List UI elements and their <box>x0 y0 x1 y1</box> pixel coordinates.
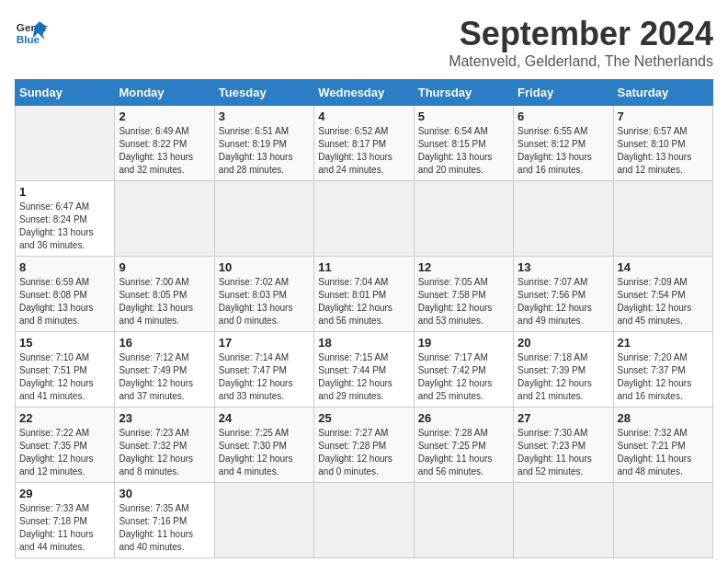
day-info: Sunrise: 6:49 AM Sunset: 8:22 PM Dayligh… <box>119 125 210 177</box>
calendar-cell: 1Sunrise: 6:47 AM Sunset: 8:24 PM Daylig… <box>16 181 115 257</box>
day-number: 15 <box>19 336 110 350</box>
day-info: Sunrise: 7:28 AM Sunset: 7:25 PM Dayligh… <box>418 427 509 478</box>
calendar-cell: 8Sunrise: 6:59 AM Sunset: 8:08 PM Daylig… <box>16 257 115 332</box>
calendar-cell <box>613 181 712 257</box>
day-number: 17 <box>219 336 310 350</box>
calendar-cell: 23Sunrise: 7:23 AM Sunset: 7:32 PM Dayli… <box>115 408 214 483</box>
calendar-cell: 20Sunrise: 7:18 AM Sunset: 7:39 PM Dayli… <box>514 332 613 408</box>
calendar-cell: 17Sunrise: 7:14 AM Sunset: 7:47 PM Dayli… <box>214 332 313 408</box>
calendar-cell: 19Sunrise: 7:17 AM Sunset: 7:42 PM Dayli… <box>414 332 513 408</box>
day-number: 6 <box>518 109 609 123</box>
calendar-cell: 18Sunrise: 7:15 AM Sunset: 7:44 PM Dayli… <box>314 332 414 408</box>
col-header-wednesday: Wednesday <box>314 80 414 106</box>
day-info: Sunrise: 7:33 AM Sunset: 7:18 PM Dayligh… <box>19 502 110 554</box>
col-header-saturday: Saturday <box>613 80 712 106</box>
day-number: 19 <box>418 336 509 350</box>
day-info: Sunrise: 7:07 AM Sunset: 7:56 PM Dayligh… <box>518 276 609 327</box>
day-number: 8 <box>19 260 110 274</box>
day-info: Sunrise: 7:09 AM Sunset: 7:54 PM Dayligh… <box>618 276 709 327</box>
day-info: Sunrise: 7:25 AM Sunset: 7:30 PM Dayligh… <box>219 427 310 478</box>
day-info: Sunrise: 7:23 AM Sunset: 7:32 PM Dayligh… <box>119 427 210 478</box>
calendar-cell: 15Sunrise: 7:10 AM Sunset: 7:51 PM Dayli… <box>16 332 115 408</box>
calendar-cell: 14Sunrise: 7:09 AM Sunset: 7:54 PM Dayli… <box>613 257 712 332</box>
calendar-cell: 21Sunrise: 7:20 AM Sunset: 7:37 PM Dayli… <box>613 332 712 408</box>
calendar-cell <box>214 181 313 257</box>
day-number: 18 <box>318 336 409 350</box>
day-number: 20 <box>518 336 609 350</box>
day-info: Sunrise: 7:10 AM Sunset: 7:51 PM Dayligh… <box>19 351 110 403</box>
logo: General Blue <box>15 15 48 48</box>
day-number: 25 <box>318 411 409 425</box>
logo-icon: General Blue <box>15 15 48 48</box>
day-info: Sunrise: 7:17 AM Sunset: 7:42 PM Dayligh… <box>418 351 509 403</box>
day-number: 21 <box>618 336 709 350</box>
day-info: Sunrise: 6:59 AM Sunset: 8:08 PM Dayligh… <box>19 276 110 327</box>
day-number: 22 <box>19 411 110 425</box>
day-info: Sunrise: 6:47 AM Sunset: 8:24 PM Dayligh… <box>19 201 110 252</box>
calendar-cell <box>214 483 313 558</box>
title-block: September 2024 Matenveld, Gelderland, Th… <box>449 15 713 70</box>
page-header: General Blue September 2024 Matenveld, G… <box>15 15 713 70</box>
month-title: September 2024 <box>449 15 713 53</box>
svg-text:Blue: Blue <box>17 33 40 45</box>
day-info: Sunrise: 6:57 AM Sunset: 8:10 PM Dayligh… <box>618 125 709 177</box>
calendar-cell <box>115 181 214 257</box>
day-number: 16 <box>119 336 210 350</box>
calendar-cell: 28Sunrise: 7:32 AM Sunset: 7:21 PM Dayli… <box>613 408 712 483</box>
calendar-cell: 6Sunrise: 6:55 AM Sunset: 8:12 PM Daylig… <box>514 106 613 181</box>
calendar-cell <box>414 483 513 558</box>
day-number: 5 <box>418 109 509 123</box>
day-number: 12 <box>418 260 509 274</box>
day-info: Sunrise: 7:30 AM Sunset: 7:23 PM Dayligh… <box>518 427 609 478</box>
day-number: 13 <box>518 260 609 274</box>
day-info: Sunrise: 7:05 AM Sunset: 7:58 PM Dayligh… <box>418 276 509 327</box>
day-number: 10 <box>219 260 310 274</box>
col-header-sunday: Sunday <box>16 80 115 106</box>
calendar-cell <box>514 181 613 257</box>
calendar-cell <box>514 483 613 558</box>
col-header-friday: Friday <box>514 80 613 106</box>
calendar-cell: 2Sunrise: 6:49 AM Sunset: 8:22 PM Daylig… <box>115 106 214 181</box>
day-number: 9 <box>119 260 210 274</box>
calendar-cell: 25Sunrise: 7:27 AM Sunset: 7:28 PM Dayli… <box>314 408 414 483</box>
calendar-cell: 30Sunrise: 7:35 AM Sunset: 7:16 PM Dayli… <box>115 483 214 558</box>
day-info: Sunrise: 6:55 AM Sunset: 8:12 PM Dayligh… <box>518 125 609 177</box>
day-number: 29 <box>19 487 110 500</box>
calendar-cell: 12Sunrise: 7:05 AM Sunset: 7:58 PM Dayli… <box>414 257 513 332</box>
day-number: 14 <box>618 260 709 274</box>
day-number: 23 <box>119 411 210 425</box>
col-header-thursday: Thursday <box>414 80 513 106</box>
day-info: Sunrise: 7:04 AM Sunset: 8:01 PM Dayligh… <box>318 276 409 327</box>
day-info: Sunrise: 7:27 AM Sunset: 7:28 PM Dayligh… <box>318 427 409 478</box>
day-info: Sunrise: 6:54 AM Sunset: 8:15 PM Dayligh… <box>418 125 509 177</box>
calendar-cell: 3Sunrise: 6:51 AM Sunset: 8:19 PM Daylig… <box>214 106 313 181</box>
day-number: 28 <box>618 411 709 425</box>
day-info: Sunrise: 7:35 AM Sunset: 7:16 PM Dayligh… <box>119 502 210 554</box>
day-info: Sunrise: 7:22 AM Sunset: 7:35 PM Dayligh… <box>19 427 110 478</box>
day-info: Sunrise: 7:32 AM Sunset: 7:21 PM Dayligh… <box>618 427 709 478</box>
day-info: Sunrise: 6:51 AM Sunset: 8:19 PM Dayligh… <box>219 125 310 177</box>
day-number: 24 <box>219 411 310 425</box>
calendar-cell: 9Sunrise: 7:00 AM Sunset: 8:05 PM Daylig… <box>115 257 214 332</box>
day-number: 26 <box>418 411 509 425</box>
day-number: 27 <box>518 411 609 425</box>
day-info: Sunrise: 7:00 AM Sunset: 8:05 PM Dayligh… <box>119 276 210 327</box>
day-number: 1 <box>19 185 110 199</box>
calendar-cell <box>414 181 513 257</box>
calendar-cell: 16Sunrise: 7:12 AM Sunset: 7:49 PM Dayli… <box>115 332 214 408</box>
day-info: Sunrise: 7:18 AM Sunset: 7:39 PM Dayligh… <box>518 351 609 403</box>
calendar-cell: 24Sunrise: 7:25 AM Sunset: 7:30 PM Dayli… <box>214 408 313 483</box>
day-info: Sunrise: 6:52 AM Sunset: 8:17 PM Dayligh… <box>318 125 409 177</box>
calendar-cell: 11Sunrise: 7:04 AM Sunset: 8:01 PM Dayli… <box>314 257 414 332</box>
day-info: Sunrise: 7:15 AM Sunset: 7:44 PM Dayligh… <box>318 351 409 403</box>
calendar-cell: 26Sunrise: 7:28 AM Sunset: 7:25 PM Dayli… <box>414 408 513 483</box>
calendar-cell <box>16 106 115 181</box>
calendar-cell: 27Sunrise: 7:30 AM Sunset: 7:23 PM Dayli… <box>514 408 613 483</box>
day-info: Sunrise: 7:20 AM Sunset: 7:37 PM Dayligh… <box>618 351 709 403</box>
day-info: Sunrise: 7:14 AM Sunset: 7:47 PM Dayligh… <box>219 351 310 403</box>
calendar-cell: 29Sunrise: 7:33 AM Sunset: 7:18 PM Dayli… <box>16 483 115 558</box>
col-header-monday: Monday <box>115 80 214 106</box>
day-info: Sunrise: 7:12 AM Sunset: 7:49 PM Dayligh… <box>119 351 210 403</box>
calendar-cell <box>314 483 414 558</box>
day-number: 11 <box>318 260 409 274</box>
